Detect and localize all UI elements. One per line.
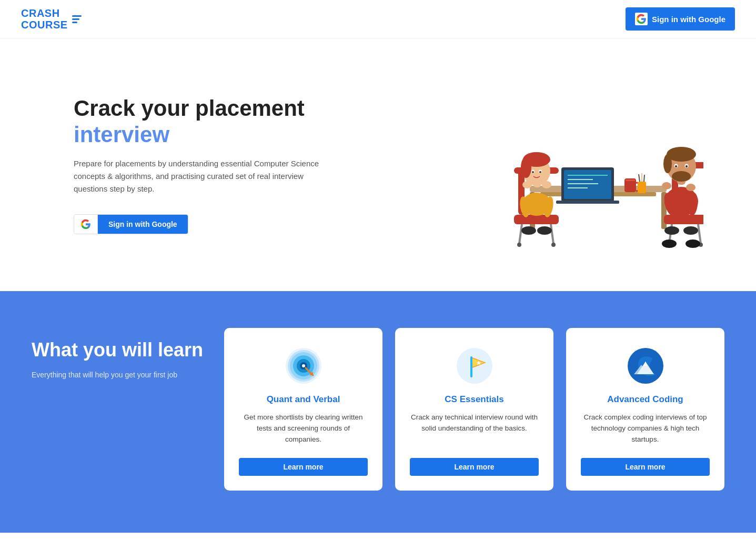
hero-google-icon-box bbox=[74, 215, 98, 234]
svg-point-53 bbox=[686, 165, 688, 167]
card-quant-verbal-title: Quant and Verbal bbox=[267, 394, 340, 405]
svg-point-19 bbox=[539, 171, 541, 173]
card-advanced-coding-desc: Crack complex coding interviews of top t… bbox=[581, 412, 710, 445]
svg-point-48 bbox=[663, 154, 672, 173]
card-quant-verbal-desc: Get more shortlists by clearing written … bbox=[239, 412, 368, 445]
logo-bar-1 bbox=[72, 15, 82, 17]
hero-left: Crack your placement interview Prepare f… bbox=[74, 95, 326, 235]
google-icon bbox=[635, 13, 648, 25]
header-sign-in-button[interactable]: Sign in with Google bbox=[626, 7, 735, 31]
svg-point-15 bbox=[521, 157, 531, 178]
logo-text: CRASH COURSE bbox=[21, 7, 68, 31]
card-advanced-coding-learn-more-button[interactable]: Learn more bbox=[581, 458, 710, 476]
svg-point-59 bbox=[683, 226, 698, 235]
svg-point-57 bbox=[686, 184, 695, 191]
logo-bar-2 bbox=[72, 18, 79, 20]
cards-container: Quant and Verbal Get more shortlists by … bbox=[224, 328, 724, 491]
svg-point-63 bbox=[537, 226, 552, 235]
card-cs-essentials-title: CS Essentials bbox=[445, 394, 503, 405]
svg-line-34 bbox=[639, 174, 640, 182]
svg-rect-33 bbox=[638, 182, 646, 193]
advanced-coding-icon bbox=[627, 347, 664, 385]
svg-point-60 bbox=[662, 239, 677, 248]
svg-point-72 bbox=[302, 364, 305, 367]
svg-point-49 bbox=[672, 171, 691, 182]
svg-rect-30 bbox=[556, 201, 619, 204]
bottom-title: What you will learn bbox=[32, 338, 203, 361]
svg-point-17 bbox=[532, 171, 534, 173]
logo-bar-3 bbox=[72, 22, 77, 23]
hero-section: Crack your placement interview Prepare f… bbox=[0, 38, 756, 291]
svg-line-41 bbox=[698, 224, 701, 244]
bottom-section: What you will learn Everything that will… bbox=[0, 291, 756, 533]
svg-line-36 bbox=[644, 175, 644, 182]
hero-illustration bbox=[482, 81, 703, 249]
logo-bars-icon bbox=[72, 15, 82, 23]
svg-point-56 bbox=[662, 182, 671, 189]
svg-point-58 bbox=[664, 226, 679, 235]
cs-essentials-icon bbox=[456, 347, 493, 385]
svg-rect-32 bbox=[626, 179, 635, 181]
svg-line-7 bbox=[519, 224, 522, 244]
header: CRASH COURSE Sign in with Google bbox=[0, 0, 756, 38]
card-advanced-coding-title: Advanced Coding bbox=[607, 394, 683, 405]
svg-rect-6 bbox=[514, 215, 559, 224]
card-quant-verbal-learn-more-button[interactable]: Learn more bbox=[239, 458, 368, 476]
hero-sign-in-button[interactable]: Sign in with Google bbox=[74, 214, 188, 234]
header-sign-in-label: Sign in with Google bbox=[652, 15, 725, 24]
hero-title: Crack your placement interview bbox=[74, 95, 326, 148]
card-cs-essentials: CS Essentials Crack any technical interv… bbox=[395, 328, 553, 491]
svg-point-9 bbox=[517, 243, 521, 247]
card-quant-verbal: Quant and Verbal Get more shortlists by … bbox=[224, 328, 382, 491]
svg-point-62 bbox=[521, 226, 536, 235]
hero-subtitle: Prepare for placements by understanding … bbox=[74, 157, 326, 195]
hero-sign-in-label: Sign in with Google bbox=[98, 215, 188, 234]
svg-line-8 bbox=[551, 224, 553, 244]
card-cs-essentials-desc: Crack any technical interview round with… bbox=[410, 412, 539, 445]
hero-title-main: Crack your placement bbox=[74, 96, 305, 121]
bottom-left: What you will learn Everything that will… bbox=[32, 328, 203, 381]
svg-point-51 bbox=[675, 165, 677, 167]
svg-point-10 bbox=[551, 243, 556, 247]
card-cs-essentials-learn-more-button[interactable]: Learn more bbox=[410, 458, 539, 476]
svg-rect-25 bbox=[564, 170, 611, 199]
card-advanced-coding: Advanced Coding Crack complex coding int… bbox=[566, 328, 724, 491]
svg-point-22 bbox=[522, 181, 532, 188]
svg-point-61 bbox=[686, 239, 700, 248]
interview-scene-svg bbox=[482, 81, 703, 249]
quant-verbal-icon bbox=[285, 347, 322, 385]
svg-point-23 bbox=[542, 181, 551, 188]
logo-text-block: CRASH COURSE bbox=[21, 7, 82, 31]
bottom-subtitle: Everything that will help you get your f… bbox=[32, 370, 203, 381]
svg-rect-74 bbox=[470, 356, 472, 377]
logo: CRASH COURSE bbox=[21, 7, 82, 31]
hero-title-highlight: interview bbox=[74, 122, 169, 147]
